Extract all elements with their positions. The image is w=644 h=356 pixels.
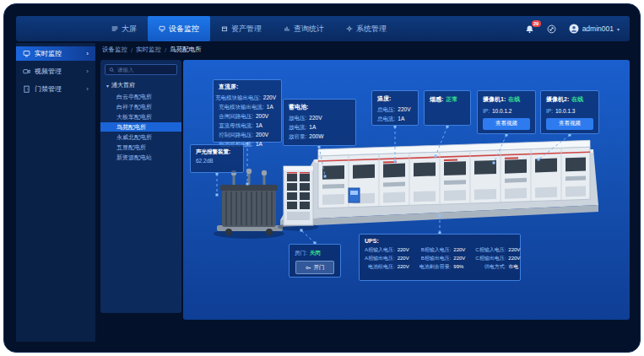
nav-tab-statistics[interactable]: 查询统计 <box>273 16 335 41</box>
nav-tab-label: 系统管理 <box>356 24 387 35</box>
status-badge: 关闭 <box>310 248 321 257</box>
breadcrumb-item-current: 鸟苑配电所 <box>170 46 202 54</box>
field-value: 1A <box>256 121 276 130</box>
tree-root-label: 浦大首府 <box>111 81 135 89</box>
transformer <box>214 169 284 239</box>
field-value: 220V <box>398 262 414 271</box>
field-label: 房门: <box>295 248 307 257</box>
notifications-button[interactable]: 29 <box>525 24 534 34</box>
field-value: 1A <box>267 102 276 111</box>
gear-icon <box>346 25 353 32</box>
fullscreen-button[interactable] <box>547 24 556 34</box>
breadcrumb-separator: / <box>131 46 133 54</box>
field-label: 电池组电压: <box>368 262 395 271</box>
nav-tab-dashboard[interactable]: 大屏 <box>100 16 148 41</box>
field-value: 62.2dB <box>196 158 238 164</box>
open-door-label: 开门 <box>314 264 325 272</box>
tree-item-substation[interactable]: 五显配电所 <box>105 143 177 152</box>
user-menu[interactable]: admin001 ▾ <box>569 24 620 34</box>
field-label: 合闸回路电压: <box>219 111 253 121</box>
field-label: 直流母线电流: <box>219 121 253 130</box>
sidebar-item-realtime-monitoring[interactable]: 实时监控 › <box>16 46 95 61</box>
tree-item-substation[interactable]: 大板车配电所 <box>105 112 177 121</box>
field-label: 电池剩余容量: <box>419 262 452 271</box>
panel-ups: UPS: A相输入电压:220V B相输入电压:220V C相输入电压:220V… <box>359 234 521 281</box>
chevron-down-icon: ▾ <box>617 26 620 32</box>
panel-door: 房门:关闭 开门 <box>289 244 341 278</box>
nav-tab-device-monitoring[interactable]: 设备监控 <box>148 16 210 41</box>
tree-item-substation-selected[interactable]: 鸟苑配电所 <box>100 122 181 132</box>
field-label: 控制回路电压: <box>219 130 253 139</box>
nav-tabs: 大屏 设备监控 资产管理 查询统计 系统管理 <box>100 16 398 41</box>
field-label: 放电压: <box>289 113 306 122</box>
tree-item-substation[interactable]: 新资源配电站 <box>105 153 177 162</box>
field-label: C相输入电压: <box>475 245 506 254</box>
field-value: 220V <box>398 105 413 114</box>
field-value: 10.0.1.3 <box>555 106 576 116</box>
field-label: 充电模块输出电压: <box>215 93 261 102</box>
monitor-icon <box>23 50 30 57</box>
device-tree-panel: ▾ 浦大首府 白云亭配电所 白祥子配电所 大板车配电所 鸟苑配电所 永威北配电所… <box>100 60 181 313</box>
sidebar-item-label: 实时监控 <box>35 49 62 58</box>
menu-icon <box>111 25 118 32</box>
view-video-button[interactable]: 查看视频 <box>546 118 593 130</box>
sidebar-item-label: 门禁管理 <box>35 84 62 94</box>
nav-tab-assets[interactable]: 资产管理 <box>210 16 273 41</box>
chevron-right-icon: › <box>86 85 89 93</box>
nav-tab-label: 资产管理 <box>231 24 262 35</box>
panel-camera-1: 摄像机1:在线 IP:10.0.1.2 查看视频 <box>477 90 536 134</box>
panel-battery: 蓄电池: 放电压:220V 放电流:1A 放容量:200W <box>283 99 356 146</box>
floor-device <box>349 188 360 202</box>
box-icon <box>221 25 228 32</box>
username: admin001 <box>582 24 614 33</box>
fullscreen-icon <box>547 24 556 34</box>
panel-title: UPS: <box>365 238 515 244</box>
field-value: 220V <box>453 254 470 262</box>
field-value: 220V <box>508 245 525 254</box>
key-icon <box>306 265 311 271</box>
view-video-button[interactable]: 查看视频 <box>483 118 530 130</box>
field-value: 200V <box>256 130 276 139</box>
field-value: 220V <box>453 245 470 254</box>
field-label: 总电流: <box>377 114 395 123</box>
notification-badge: 29 <box>532 20 541 27</box>
breadcrumb-item[interactable]: 实时监控 <box>136 46 161 54</box>
tree-item-substation[interactable]: 永威北配电所 <box>105 132 177 142</box>
nav-tab-system[interactable]: 系统管理 <box>335 16 398 41</box>
field-label: A相输出电压: <box>365 254 395 262</box>
status-badge: 在线 <box>571 94 583 106</box>
field-label: A相输入电压: <box>365 245 395 254</box>
field-label: 总电压: <box>377 105 395 114</box>
open-door-button[interactable]: 开门 <box>295 261 334 274</box>
panel-title: 声光报警装置: <box>196 148 238 156</box>
panel-smoke-sensor: 烟感:正常 <box>424 90 471 126</box>
tree-search <box>105 64 177 75</box>
sidebar-item-access-control[interactable]: 门禁管理 › <box>16 82 95 96</box>
nav-tab-label: 大屏 <box>122 24 137 35</box>
panel-title: 摄像机2: <box>546 94 569 105</box>
field-value: 220V <box>508 254 525 262</box>
field-value: 市电 <box>508 262 525 271</box>
top-nav: 大屏 设备监控 资产管理 查询统计 系统管理 29 <box>16 16 630 41</box>
search-input[interactable] <box>117 67 173 73</box>
field-value: 220V <box>309 113 329 122</box>
chevron-right-icon: › <box>86 50 89 57</box>
nav-tab-label: 设备监控 <box>169 24 199 35</box>
tree-root-node[interactable]: ▾ 浦大首府 <box>106 81 177 89</box>
field-label: C相输出电压: <box>475 254 506 262</box>
field-value: 1A <box>309 122 329 132</box>
field-value: 99% <box>453 262 470 271</box>
tree-item-substation[interactable]: 白祥子配电所 <box>105 102 177 111</box>
sidebar-item-video-management[interactable]: 视频管理 › <box>16 64 95 78</box>
field-value: 200V <box>256 111 276 121</box>
field-value: 220V <box>398 254 414 262</box>
field-label: 供电方式: <box>484 262 506 271</box>
app-window: 大屏 设备监控 资产管理 查询统计 系统管理 29 <box>3 3 641 353</box>
status-badge: 正常 <box>446 94 457 106</box>
breadcrumb-item[interactable]: 设备监控 <box>102 46 127 54</box>
avatar <box>569 24 579 34</box>
field-label: 放电流: <box>289 122 306 132</box>
tree-item-substation[interactable]: 白云亭配电所 <box>105 92 177 101</box>
panel-title: 直流屏: <box>219 83 276 91</box>
panel-title: 摄像机1: <box>483 94 506 105</box>
